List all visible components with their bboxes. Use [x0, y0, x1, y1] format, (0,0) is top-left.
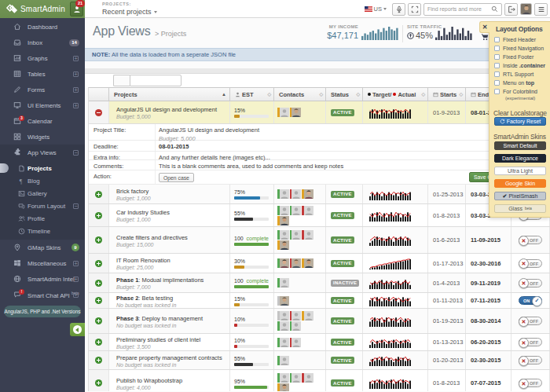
search-input[interactable]	[427, 6, 491, 12]
expander-cell[interactable]	[89, 273, 109, 292]
checkbox-icon[interactable]	[494, 89, 500, 94]
skin-button-glass[interactable]: Glassbeta	[494, 204, 546, 213]
toggle-off[interactable]: ✕OFF	[519, 356, 542, 365]
col-status[interactable]: Status◇	[326, 88, 363, 101]
contact-avatar[interactable]	[290, 230, 302, 240]
contact-avatar[interactable]	[277, 216, 289, 225]
factory-reset-button[interactable]: Factory Reset	[494, 117, 546, 126]
contact-avatar[interactable]	[302, 206, 314, 215]
panel-checkbox-for-colorblind[interactable]: For Colorblind	[494, 89, 537, 94]
sidebar-item-miscellaneous[interactable]: Miscellaneous+	[0, 255, 85, 271]
open-case-button[interactable]: Open case	[159, 173, 194, 182]
sidebar-item-smart-chat-api[interactable]: Smart Chat API beta!+	[0, 287, 85, 302]
col-expander[interactable]	[89, 88, 109, 101]
panel-close-tab[interactable]: ✕	[479, 21, 490, 33]
contact-avatar[interactable]	[302, 258, 314, 268]
expand-row-icon[interactable]	[95, 379, 102, 387]
expand-row-icon[interactable]	[95, 191, 102, 198]
col-starts[interactable]: Starts◇	[428, 88, 466, 101]
sidebar-item-tables[interactable]: Tables+	[0, 66, 85, 82]
contact-avatar[interactable]	[277, 356, 289, 365]
toggle-off[interactable]: ✕OFF	[519, 259, 542, 268]
panel-checkbox-fixed-navigation[interactable]: Fixed Navigation	[494, 46, 544, 51]
logout-button[interactable]	[504, 3, 518, 16]
contact-avatar[interactable]	[290, 258, 302, 268]
panel-checkbox-rtl-support[interactable]: RTL Support	[494, 71, 534, 77]
expand-row-icon[interactable]	[95, 260, 102, 267]
skin-button-smart-default[interactable]: Smart Default	[494, 141, 546, 150]
contact-avatar[interactable]	[277, 189, 289, 199]
contact-avatar[interactable]	[302, 311, 314, 321]
expander-cell[interactable]	[89, 227, 109, 253]
contact-avatar[interactable]	[302, 230, 314, 240]
sidebar-item-widgets[interactable]: Widgets	[0, 129, 85, 145]
toggle-on[interactable]: ON✓	[519, 296, 542, 305]
checkbox-icon[interactable]	[494, 80, 500, 86]
skin-button-dark-elegance[interactable]: Dark Elegance	[494, 154, 546, 163]
contact-avatar[interactable]	[277, 108, 289, 117]
sidebar-subitem-projects[interactable]: Projects	[0, 162, 85, 174]
expander-cell[interactable]	[89, 334, 109, 350]
skin-button-pixelsmash[interactable]: ✔PixelSmash	[494, 192, 546, 200]
toggle-off[interactable]: ✕OFF	[519, 338, 542, 346]
checkbox-icon[interactable]	[494, 71, 500, 77]
expand-row-icon[interactable]	[95, 280, 102, 287]
contact-avatar[interactable]	[277, 338, 289, 347]
col-projects[interactable]: Projects▲	[109, 88, 230, 101]
col-est[interactable]: EST◇	[230, 88, 274, 101]
toggle-off[interactable]: ✕OFF	[519, 236, 542, 244]
sidebar-item-forms[interactable]: Forms+	[0, 82, 85, 97]
fullscreen-button[interactable]	[408, 3, 421, 16]
expander-cell[interactable]	[89, 370, 109, 391]
toggle-off[interactable]: ✕OFF	[519, 379, 542, 387]
language-selector[interactable]: US	[365, 5, 387, 13]
contact-avatar[interactable]	[277, 258, 289, 268]
skin-button-ultra-light[interactable]: Ultra Light	[494, 167, 546, 175]
search-icon[interactable]	[491, 5, 498, 13]
expand-row-icon[interactable]	[95, 236, 102, 244]
contact-avatar[interactable]	[277, 383, 289, 391]
contact-avatar[interactable]	[290, 338, 302, 347]
contact-avatar[interactable]	[290, 189, 302, 199]
contact-avatar[interactable]	[277, 206, 289, 215]
checkbox-icon[interactable]	[494, 54, 500, 60]
panel-checkbox-inside[interactable]: Inside .container	[494, 63, 545, 68]
col-contacts[interactable]: Contacts◇	[274, 88, 326, 101]
skin-button-google-skin[interactable]: Google Skin	[494, 179, 546, 188]
expander-cell[interactable]	[89, 101, 109, 123]
sidebar-subitem-blog[interactable]: ¶Blog	[0, 174, 85, 187]
panel-checkbox-fixed-header[interactable]: Fixed Header	[494, 37, 536, 42]
sidebar-item-ui-elements[interactable]: UI Elements+	[0, 97, 85, 113]
sidebar-subitem-forum-layout[interactable]: Forum Layout−	[0, 200, 85, 212]
toggle-off[interactable]: ✕OFF	[519, 279, 542, 288]
sidebar-item-calendar[interactable]: Calendar3	[0, 113, 85, 129]
col-target-actual[interactable]: Target/Actual◇	[363, 88, 428, 101]
panel-checkbox-menu-on[interactable]: Menu on top	[494, 80, 534, 86]
toggle-off[interactable]: ✕OFF	[519, 317, 542, 325]
panel-checkbox-fixed-footer[interactable]: Fixed Footer	[494, 54, 534, 60]
contact-avatar[interactable]	[290, 321, 302, 331]
shopping-cart-icon[interactable]	[481, 33, 489, 41]
contact-avatar[interactable]	[290, 373, 302, 383]
menu-button[interactable]	[534, 3, 548, 16]
contact-avatar[interactable]	[290, 108, 302, 117]
minify-menu-button[interactable]	[70, 323, 85, 336]
sidebar-subitem-timeline[interactable]: Timeline	[0, 225, 85, 237]
expander-cell[interactable]	[89, 309, 109, 333]
contact-avatar[interactable]	[277, 278, 289, 288]
sidebar-item-inbox[interactable]: Inbox14	[0, 35, 85, 50]
contact-avatar[interactable]	[277, 230, 289, 240]
expand-row-icon[interactable]	[95, 357, 102, 364]
sidebar-item-app-views[interactable]: App Views−	[0, 145, 85, 160]
sidebar-item-graphs[interactable]: Graphs+	[0, 50, 85, 66]
sidebar-subitem-gallery[interactable]: Gallery	[0, 187, 85, 200]
contact-avatar[interactable]	[277, 321, 289, 331]
expand-row-icon[interactable]	[95, 317, 102, 324]
contact-avatar[interactable]	[302, 189, 314, 199]
sidebar-item-gmap-skins[interactable]: GMap Skins9	[0, 240, 85, 255]
checkbox-icon[interactable]	[494, 46, 500, 51]
expander-cell[interactable]	[89, 293, 109, 308]
contact-avatar[interactable]	[277, 311, 289, 321]
contact-avatar[interactable]	[277, 296, 289, 306]
collapse-row-icon[interactable]	[95, 109, 102, 116]
